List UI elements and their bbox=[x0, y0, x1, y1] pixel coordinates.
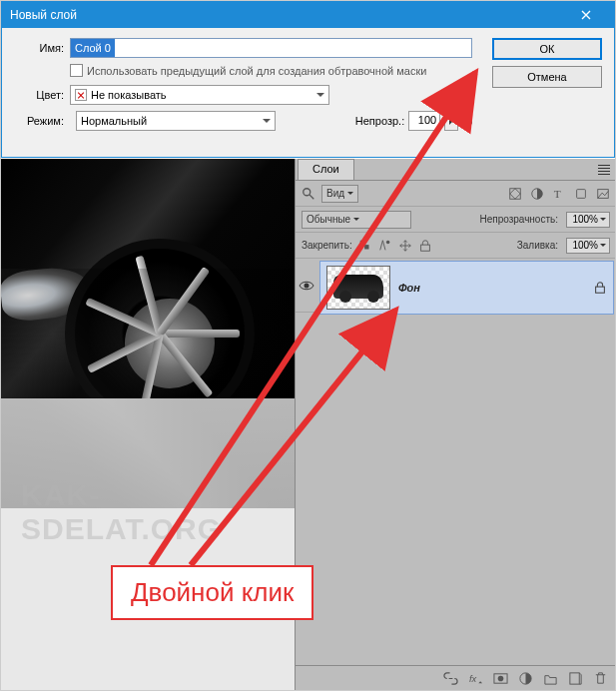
layer-name-label: Фон bbox=[398, 282, 420, 294]
layer-opacity-label: Непрозрачность: bbox=[479, 214, 558, 225]
new-layer-dialog: Новый слой Имя: Слой 0 Использовать пред… bbox=[1, 1, 615, 158]
ok-button[interactable]: ОК bbox=[492, 38, 602, 60]
cancel-label: Отмена bbox=[527, 71, 566, 83]
dialog-body: Имя: Слой 0 Использовать предыдущий слой… bbox=[2, 28, 614, 137]
lock-all-icon[interactable] bbox=[418, 239, 432, 253]
close-icon bbox=[581, 10, 591, 20]
mode-value: Нормальный bbox=[81, 115, 147, 127]
layer-group-icon[interactable] bbox=[543, 671, 558, 686]
no-color-swatch-icon bbox=[75, 89, 87, 101]
svg-rect-16 bbox=[570, 673, 579, 684]
clip-mask-checkbox[interactable] bbox=[70, 64, 83, 77]
color-value: Не показывать bbox=[91, 89, 167, 101]
ok-label: ОК bbox=[540, 43, 555, 55]
filter-type-icon[interactable]: T bbox=[552, 187, 566, 201]
svg-point-8 bbox=[386, 240, 390, 244]
callout-text: Двойной клик bbox=[131, 577, 294, 607]
svg-point-0 bbox=[304, 188, 310, 195]
delete-layer-icon[interactable] bbox=[593, 671, 608, 686]
layer-opacity-value: 100% bbox=[572, 214, 598, 225]
svg-rect-6 bbox=[359, 240, 363, 244]
link-layers-icon[interactable] bbox=[443, 671, 458, 686]
opacity-stepper[interactable] bbox=[444, 111, 458, 131]
svg-point-10 bbox=[305, 283, 309, 288]
tab-layers[interactable]: Слои bbox=[298, 159, 354, 180]
fill-value: 100% bbox=[572, 240, 598, 251]
chevron-down-icon bbox=[347, 192, 353, 195]
adjustment-layer-icon[interactable] bbox=[518, 671, 533, 686]
svg-point-14 bbox=[498, 676, 504, 682]
layer-item-background[interactable]: Фон bbox=[319, 261, 614, 315]
panel-menu-button[interactable] bbox=[592, 159, 616, 180]
mode-label: Режим: bbox=[14, 115, 64, 127]
chevron-down-icon bbox=[600, 218, 606, 221]
svg-text:fx: fx bbox=[469, 674, 477, 684]
layer-list: Фон bbox=[296, 259, 616, 665]
chevron-down-icon bbox=[263, 119, 271, 123]
layer-mask-icon[interactable] bbox=[493, 671, 508, 686]
color-select[interactable]: Не показывать bbox=[70, 85, 329, 105]
blend-row: Обычные Непрозрачность: 100% bbox=[296, 207, 616, 233]
layer-style-icon[interactable]: fx bbox=[468, 671, 483, 686]
blend-mode-value: Обычные bbox=[307, 214, 350, 225]
lock-pixels-icon[interactable] bbox=[378, 239, 392, 253]
opacity-label: Непрозр.: bbox=[355, 115, 404, 127]
filter-type-label: Вид bbox=[326, 188, 344, 199]
layer-name-value: Слой 0 bbox=[71, 39, 115, 57]
menu-icon bbox=[598, 165, 610, 175]
new-layer-icon[interactable] bbox=[568, 671, 583, 686]
filter-adjustment-icon[interactable] bbox=[530, 187, 544, 201]
name-label: Имя: bbox=[14, 42, 64, 54]
svg-rect-7 bbox=[364, 245, 368, 249]
search-icon[interactable] bbox=[302, 187, 315, 201]
layers-panel: Слои Вид T Обычные Непрозрачность: 100% bbox=[295, 159, 616, 691]
dialog-title: Новый слой bbox=[10, 8, 77, 22]
svg-rect-1 bbox=[510, 188, 521, 199]
chevron-down-icon bbox=[316, 93, 324, 97]
chevron-down-icon bbox=[353, 218, 359, 221]
lock-transparency-icon[interactable] bbox=[358, 239, 372, 253]
layer-thumbnail bbox=[326, 266, 390, 310]
dialog-titlebar: Новый слой bbox=[2, 2, 614, 28]
blend-mode-select[interactable]: Обычные bbox=[302, 211, 411, 229]
svg-rect-4 bbox=[577, 189, 586, 198]
fill-input[interactable]: 100% bbox=[566, 238, 610, 254]
opacity-input[interactable]: 100 bbox=[408, 111, 440, 131]
opacity-suffix: % bbox=[462, 115, 472, 127]
layers-panel-footer: fx bbox=[296, 665, 616, 691]
lock-row: Закрепить: Заливка: 100% bbox=[296, 233, 616, 259]
lock-icon bbox=[593, 281, 607, 295]
layer-name-input[interactable]: Слой 0 bbox=[70, 38, 472, 58]
lock-position-icon[interactable] bbox=[398, 239, 412, 253]
lock-label: Закрепить: bbox=[302, 240, 352, 251]
filter-type-select[interactable]: Вид bbox=[321, 185, 358, 203]
color-label: Цвет: bbox=[14, 89, 64, 101]
filter-pixel-icon[interactable] bbox=[508, 187, 522, 201]
opacity-value: 100 bbox=[418, 114, 436, 126]
watermark-text: KAK-SDELAT.ORG bbox=[21, 478, 295, 546]
svg-rect-11 bbox=[596, 287, 605, 293]
mode-select[interactable]: Нормальный bbox=[76, 111, 276, 131]
annotation-callout: Двойной клик bbox=[111, 565, 313, 620]
visibility-toggle[interactable] bbox=[299, 280, 314, 292]
layer-opacity-input[interactable]: 100% bbox=[566, 212, 610, 228]
fill-label: Заливка: bbox=[517, 240, 558, 251]
svg-text:T: T bbox=[554, 188, 561, 200]
panel-tab-bar: Слои bbox=[296, 159, 616, 181]
dialog-close-button[interactable] bbox=[566, 5, 606, 25]
filter-smart-icon[interactable] bbox=[596, 187, 610, 201]
filter-shape-icon[interactable] bbox=[574, 187, 588, 201]
clip-mask-label: Использовать предыдущий слой для создани… bbox=[87, 65, 426, 77]
triangle-right-icon bbox=[449, 117, 453, 125]
filter-row: Вид T bbox=[296, 181, 616, 207]
svg-rect-9 bbox=[420, 245, 429, 251]
cancel-button[interactable]: Отмена bbox=[492, 66, 602, 88]
chevron-down-icon bbox=[600, 244, 606, 247]
tab-layers-label: Слои bbox=[312, 163, 339, 175]
